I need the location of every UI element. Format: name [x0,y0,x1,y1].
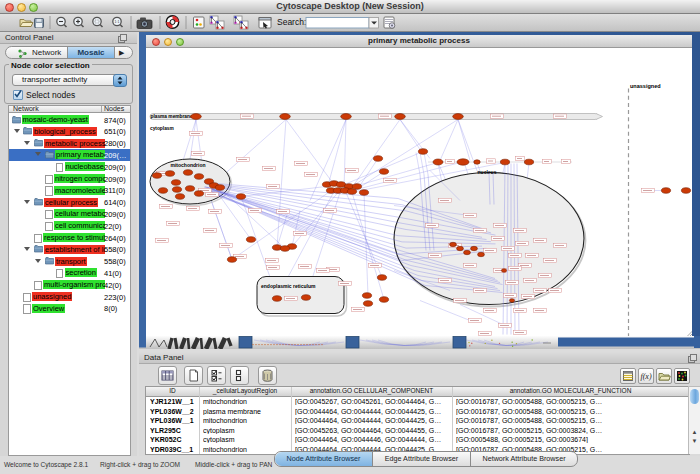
svg-text:nucleus: nucleus [478,169,497,175]
svg-text:plasma membrane: plasma membrane [151,114,193,119]
svg-text:endoplasmic reticulum: endoplasmic reticulum [261,283,316,289]
svg-text:mitochondrion: mitochondrion [171,161,206,167]
svg-text:1:1: 1:1 [115,20,120,24]
svg-text:unassigned: unassigned [630,82,661,88]
svg-text:f(x): f(x) [640,372,651,381]
svg-text:Search:: Search: [277,17,306,27]
svg-text:cytoplasm: cytoplasm [150,126,174,131]
